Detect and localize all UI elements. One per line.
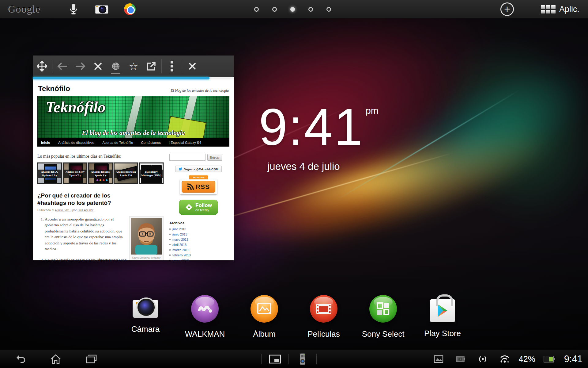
nav-contactanos[interactable]: Contáctanos [141, 141, 161, 144]
forward-icon[interactable] [71, 58, 89, 74]
page-dot[interactable] [254, 7, 259, 12]
recent-apps-nav-icon[interactable] [83, 351, 99, 367]
wifi-status-icon[interactable] [497, 351, 513, 367]
feedly-follow-button[interactable]: Follow on feedly [179, 200, 218, 215]
chris-messina-photo [131, 218, 162, 255]
apps-grid-icon[interactable] [541, 5, 556, 13]
archive-link[interactable]: abril 2013 [172, 243, 187, 247]
app-play-store[interactable]: Play Store [420, 295, 466, 339]
byline-por: por [72, 209, 77, 212]
thumbnail-bbm[interactable]: BlackBerry Messenger (BBM) [139, 163, 164, 184]
thumbnail-nokia-lumia[interactable]: Análisis del Nokia Lumia 820 [114, 163, 138, 184]
movies-app-icon [310, 295, 337, 323]
small-app-browser-window: ☆ Teknófilo El blog de los amantes de la… [33, 56, 234, 260]
remote-control-icon[interactable] [295, 351, 311, 367]
move-window-icon[interactable] [33, 58, 51, 74]
thumbnail-caption: Análisis del Sony Xperia T y [64, 170, 86, 178]
status-bar-clock[interactable]: 9:41 [564, 354, 582, 365]
app-walkman[interactable]: WALKMAN [182, 295, 228, 339]
site-tagline: El blog de los amantes de la tecnología [171, 88, 229, 93]
app-camara[interactable]: Cámara [123, 295, 168, 339]
system-navigation-bar: i 42% 9:4 [0, 350, 588, 368]
search-input[interactable] [169, 154, 205, 161]
clock-meridiem: pm [366, 105, 379, 116]
archive-link[interactable]: junio 2013 [172, 232, 187, 236]
small-apps-icon[interactable] [267, 351, 283, 367]
home-page-indicator[interactable] [254, 0, 331, 18]
open-in-full-browser-icon[interactable] [142, 58, 160, 74]
clock-date: jueves 4 de julio [267, 161, 379, 172]
camera-app-icon [133, 300, 158, 318]
app-sony-select[interactable]: Sony Select [360, 295, 406, 339]
overflow-menu-icon[interactable] [163, 58, 181, 74]
thumbnail-lg-optimus[interactable]: Análisis del LG Optimus L9 y [37, 163, 62, 184]
app-album[interactable]: Álbum [241, 295, 287, 339]
nav-inicio[interactable]: Inicio [41, 141, 50, 144]
chrome-icon[interactable] [123, 2, 137, 16]
play-store-app-icon [430, 299, 455, 322]
app-label: Play Store [424, 329, 461, 338]
page-dot[interactable] [272, 7, 277, 12]
clock-widget[interactable]: 9:41 pm jueves 4 de julio [259, 101, 379, 172]
page-dot-active[interactable] [290, 7, 295, 12]
article-title[interactable]: ¿Por qué el creador de los #hashtags no … [37, 192, 138, 207]
sidebar: Buscar Seguir a @TeknofiloCOM Subscribe [169, 154, 228, 260]
article-byline: Publicado el 4 julio, 2013 por Luis Agui… [37, 209, 164, 212]
nav-especial-galaxy-s4[interactable]: | Especial Galaxy S4 [169, 141, 201, 144]
add-widget-button[interactable]: + [500, 2, 514, 16]
archive-link[interactable]: marzo 2013 [172, 248, 189, 252]
google-search-widget[interactable]: Google [8, 3, 40, 15]
sony-select-app-icon [369, 295, 397, 323]
stop-loading-icon[interactable] [89, 58, 107, 74]
active-tab-globe-icon[interactable] [107, 58, 125, 74]
thumbnail-caption: Análisis del LG Optimus L9 y [38, 170, 61, 178]
battery-percent[interactable]: 42% [519, 355, 535, 364]
archives-heading: Archivos [169, 221, 228, 225]
rss-widget[interactable]: RSS [180, 179, 217, 194]
twitter-follow-button[interactable]: Seguir a @TeknofiloCOM [175, 166, 222, 172]
search-button[interactable]: Buscar [207, 154, 222, 161]
back-nav-icon[interactable] [12, 351, 28, 367]
rss-icon [187, 183, 194, 190]
page-load-progress-bar [33, 77, 234, 79]
archive-link[interactable]: enero 2013 [172, 259, 189, 260]
thumbnail-caption: Análisis del Sony Xperia Z y [89, 170, 112, 178]
close-window-icon[interactable] [183, 58, 201, 74]
nav-acerca[interactable]: Acerca de Teknófilo [102, 141, 133, 144]
voice-search-icon[interactable] [67, 2, 80, 16]
page-dot[interactable] [326, 7, 331, 12]
banner-logo-text: Teknófilo [46, 98, 105, 116]
camera-shortcut-icon[interactable] [95, 2, 108, 16]
home-nav-icon[interactable] [48, 351, 64, 367]
app-peliculas[interactable]: Películas [301, 295, 347, 339]
bookmark-star-icon[interactable]: ☆ [125, 58, 142, 74]
site-title[interactable]: Teknófilo [38, 84, 70, 93]
archive-link[interactable]: mayo 2013 [172, 238, 188, 241]
site-navigation: Inicio Análisis de dispositivos Acerca d… [37, 138, 229, 147]
wireless-connect-icon[interactable] [475, 351, 491, 367]
article: ¿Por qué el creador de los #hashtags no … [37, 192, 164, 260]
article-photo-figure: Chris Messina, creador de los hashtags [129, 216, 164, 261]
archive-link[interactable]: febrero 2013 [172, 253, 191, 257]
popular-heading: Lo más popular en los últimos días en Te… [37, 154, 164, 159]
twitter-follow-label: Seguir a @TeknofiloCOM [184, 167, 218, 171]
app-label: Sony Select [362, 329, 405, 339]
byline-date-link[interactable]: 4 julio, 2013 [55, 209, 71, 212]
app-label: WALKMAN [185, 329, 225, 339]
twitter-bird-icon [179, 167, 183, 171]
byline-author-link[interactable]: Luis Aguilar [77, 209, 93, 212]
archive-link[interactable]: julio 2013 [172, 227, 186, 231]
walkman-app-icon [191, 295, 219, 323]
article-list-item: No tenía interés en ganar dinero (direct… [45, 257, 127, 261]
thumbnail-xperia-t[interactable]: Análisis del Sony Xperia T y [63, 163, 87, 184]
top-bar: Google + Aplic. [0, 0, 588, 18]
thumbnail-xperia-z[interactable]: Análisis del Sony Xperia Z y [88, 163, 113, 184]
apps-button-label[interactable]: Aplic. [559, 5, 579, 14]
back-icon[interactable] [54, 58, 71, 74]
battery-info-notification-icon[interactable]: i [453, 351, 469, 367]
screenshot-notification-icon[interactable] [431, 351, 447, 367]
nav-analisis[interactable]: Análisis de dispositivos [58, 141, 94, 144]
battery-status-icon[interactable] [541, 351, 557, 367]
page-dot[interactable] [308, 7, 313, 12]
subscribe-tab[interactable]: Subscribe [189, 175, 208, 179]
